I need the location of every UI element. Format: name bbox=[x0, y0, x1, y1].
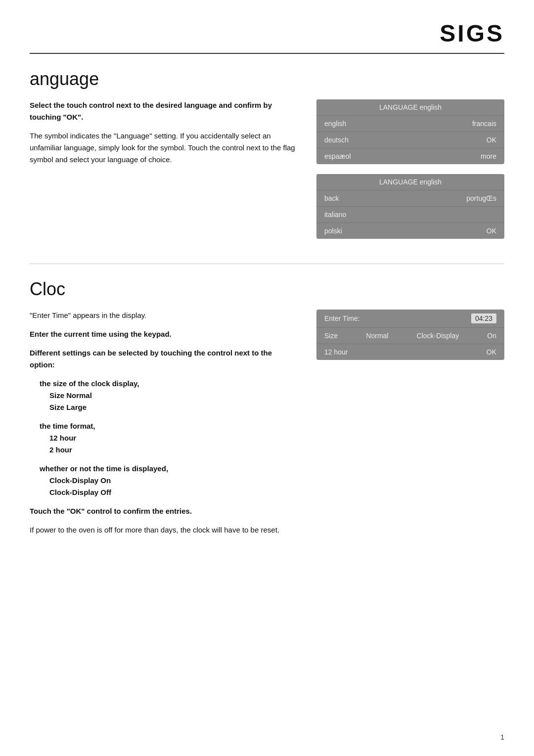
language-instruction-1: Select the touch control next to the des… bbox=[30, 99, 297, 123]
clock-display-label: Clock-Display bbox=[417, 332, 459, 340]
panel1-row-1: english francais bbox=[316, 116, 504, 132]
clock-section-title: Cloc bbox=[30, 279, 504, 300]
panel1-row2-right: OK bbox=[487, 136, 496, 144]
page-header: SIGS bbox=[30, 20, 504, 54]
clock-panel-row-size: Size Normal Clock-Display On bbox=[316, 328, 504, 344]
clock-option2: the time format, 12 hour 2 hour bbox=[40, 420, 297, 456]
enter-time-label: Enter Time: bbox=[324, 314, 360, 322]
panel2-row-1: back portugŒs bbox=[316, 190, 504, 207]
hour-format-label: 12 hour bbox=[324, 348, 348, 356]
clock-step-5: If power to the oven is off for more tha… bbox=[30, 524, 297, 536]
language-section-content: Select the touch control next to the des… bbox=[30, 99, 504, 239]
panel2-row2-left: italiano bbox=[324, 211, 346, 219]
language-section: anguage Select the touch control next to… bbox=[30, 69, 504, 239]
panel2-row3-left: polski bbox=[324, 227, 342, 235]
page-number: 1 bbox=[500, 733, 504, 741]
panel2-row3-right: OK bbox=[487, 227, 496, 235]
panel1-header: LANGUAGE english bbox=[316, 99, 504, 116]
clock-step-1: "Enter Time" appears in the display. bbox=[30, 310, 297, 321]
clock-display-value: On bbox=[487, 332, 496, 340]
clock-option1-header: the size of the clock display, Size Norm… bbox=[40, 378, 297, 413]
panel1-row2-left: deutsch bbox=[324, 136, 349, 144]
clock-section: Cloc "Enter Time" appears in the display… bbox=[30, 279, 504, 543]
panel1-row1-left: english bbox=[324, 120, 346, 128]
clock-option3-header: whether or not the time is displayed, bbox=[40, 464, 168, 473]
language-section-title: anguage bbox=[30, 69, 504, 89]
clock-option2-line1: 12 hour bbox=[49, 434, 76, 442]
language-panels: LANGUAGE english english francais deutsc… bbox=[316, 99, 504, 239]
language-instruction-2: The symbol indicates the "Language" sett… bbox=[30, 130, 297, 166]
panel1-row3-right: more bbox=[481, 152, 496, 160]
clock-option2-line2: 2 hour bbox=[49, 445, 72, 454]
language-instructions: Select the touch control next to the des… bbox=[30, 99, 297, 173]
clock-panel: Enter Time: 04:23 Size Normal Clock-Disp… bbox=[316, 310, 504, 360]
clock-panels: Enter Time: 04:23 Size Normal Clock-Disp… bbox=[316, 310, 504, 360]
panel1-row1-right: francais bbox=[472, 120, 496, 128]
clock-option3: whether or not the time is displayed, Cl… bbox=[40, 463, 297, 498]
panel1-row3-left: espaæol bbox=[324, 152, 351, 160]
clock-option2-header: the time format, bbox=[40, 422, 95, 430]
panel2-header: LANGUAGE english bbox=[316, 174, 504, 190]
clock-ok-button: OK bbox=[487, 348, 496, 356]
clock-option1-line2: Size Large bbox=[49, 403, 87, 411]
clock-option3-line1: Clock-Display On bbox=[49, 476, 111, 485]
clock-panel-row-12hour: 12 hour OK bbox=[316, 344, 504, 360]
panel2-row-2: italiano bbox=[316, 207, 504, 223]
panel2-row-3: polski OK bbox=[316, 223, 504, 239]
clock-option1-line1: Size Normal bbox=[49, 391, 92, 400]
size-value: Normal bbox=[366, 332, 388, 340]
clock-step-3: Different settings can be selected by to… bbox=[30, 347, 297, 371]
enter-time-value: 04:23 bbox=[471, 313, 496, 323]
panel2-row1-right: portugŒs bbox=[466, 194, 496, 202]
panel1-row-2: deutsch OK bbox=[316, 132, 504, 148]
size-label: Size bbox=[324, 332, 338, 340]
section-divider bbox=[30, 264, 504, 264]
clock-option3-line2: Clock-Display Off bbox=[49, 488, 111, 496]
clock-panel-row-enter-time: Enter Time: 04:23 bbox=[316, 310, 504, 328]
clock-instructions: "Enter Time" appears in the display. Ent… bbox=[30, 310, 297, 543]
language-panel-2: LANGUAGE english back portugŒs italiano … bbox=[316, 174, 504, 239]
panel2-row1-left: back bbox=[324, 194, 339, 202]
panel1-row-3: espaæol more bbox=[316, 148, 504, 164]
clock-section-content: "Enter Time" appears in the display. Ent… bbox=[30, 310, 504, 543]
clock-step-4: Touch the "OK" control to confirm the en… bbox=[30, 505, 297, 517]
page-title: SIGS bbox=[440, 20, 504, 47]
clock-step-2: Enter the current time using the keypad. bbox=[30, 328, 297, 340]
language-panel-1: LANGUAGE english english francais deutsc… bbox=[316, 99, 504, 164]
